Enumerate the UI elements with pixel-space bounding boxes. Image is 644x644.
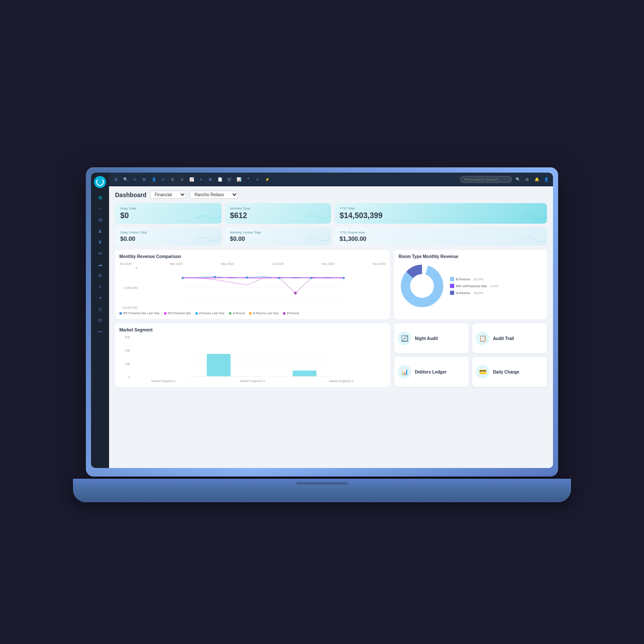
svg-rect-18 bbox=[292, 371, 316, 376]
legend-a-rooms: A Rooms bbox=[229, 312, 245, 315]
svg-point-4 bbox=[214, 276, 216, 278]
svg-rect-17 bbox=[207, 354, 231, 376]
legend-dot bbox=[229, 312, 231, 315]
sidebar-icon-box[interactable]: ⊡ bbox=[94, 304, 106, 314]
svg-point-5 bbox=[246, 276, 248, 279]
sidebar: ⊞ ≈ ⊞ ♟ ♜ ✉ ☁ ⚙ ≡ ✦ ⊡ ⚙ ⊷ bbox=[91, 173, 109, 468]
night-audit-label: Night Audit bbox=[415, 336, 438, 341]
svg-point-8 bbox=[343, 277, 345, 279]
toolbar-bar-icon[interactable]: 📊 bbox=[235, 176, 242, 183]
toolbar-list-icon[interactable]: ≡ bbox=[160, 176, 167, 183]
sidebar-icon-settings[interactable]: ⚙ bbox=[94, 270, 106, 281]
sidebar-icon-star[interactable]: ✦ bbox=[94, 293, 106, 303]
daily-total-card: Daily Total $0 bbox=[115, 203, 222, 224]
dashboard-title: Dashboard bbox=[115, 191, 146, 198]
toolbar-menu-icon[interactable]: ≡ bbox=[131, 176, 138, 183]
night-audit-button[interactable]: 🔄 Night Audit bbox=[394, 323, 469, 353]
ytd-total-label: YTD Total bbox=[340, 207, 542, 210]
toolbar-b-icon[interactable]: B bbox=[169, 176, 176, 183]
ytd-total-card: YTD Total $14,503,399 bbox=[334, 203, 547, 224]
legend-a-rooms-last: A Rooms Last Year bbox=[195, 312, 225, 315]
donut-swatch bbox=[450, 284, 454, 288]
donut-legend: B Rooms 82.0% RR UnPowered Site 0.0% bbox=[450, 277, 498, 295]
financial-filter[interactable]: Financial bbox=[150, 191, 186, 199]
sidebar-icon-mail[interactable]: ✉ bbox=[94, 248, 106, 258]
toolbar-check-icon[interactable]: ⊠ bbox=[207, 176, 214, 183]
legend-dot bbox=[119, 312, 122, 315]
stats-row-1: Daily Total $0 Monthly Total $612 YTD To… bbox=[115, 203, 547, 224]
bar-chart-svg bbox=[133, 336, 386, 379]
toolbar-grid2-icon[interactable]: ⊞ bbox=[524, 176, 531, 183]
daily-charge-button[interactable]: 💳 Daily Charge bbox=[472, 357, 547, 387]
audit-trail-label: Audit Trail bbox=[493, 336, 514, 341]
sidebar-icon-rooms[interactable]: ♜ bbox=[94, 237, 106, 247]
sidebar-icon-grid[interactable]: ⊞ bbox=[94, 215, 106, 225]
donut-chart-title: Room Type Monthly Revenue bbox=[398, 254, 543, 259]
toolbar-cart-icon[interactable]: 🛒 bbox=[226, 176, 233, 183]
svg-point-7 bbox=[310, 277, 313, 279]
svg-point-6 bbox=[278, 277, 280, 279]
property-filter[interactable]: Rancho Relaxo bbox=[190, 191, 238, 199]
debtors-ledger-button[interactable]: 📊 Debtors Ledger bbox=[394, 357, 469, 387]
bar-x-labels: Market Segment 1 Market Segment 3 Market… bbox=[119, 380, 386, 383]
toolbar-grid-icon[interactable]: ⊞ bbox=[141, 176, 148, 183]
donut-swatch bbox=[450, 277, 454, 281]
line-chart-svg bbox=[141, 266, 386, 309]
sidebar-icon-users[interactable]: ♟ bbox=[94, 226, 106, 236]
chart-area: 0 -5,000,000 -10,000,000 bbox=[119, 266, 386, 309]
daily-online-card: Daily Online Total $0.00 bbox=[115, 227, 222, 246]
app-logo[interactable] bbox=[94, 176, 106, 188]
svg-point-9 bbox=[294, 292, 297, 294]
donut-swatch bbox=[450, 291, 454, 295]
sidebar-icon-gear[interactable]: ⚙ bbox=[94, 315, 106, 325]
audit-trail-button[interactable]: 📋 Audit Trail bbox=[472, 323, 547, 353]
debtors-ledger-icon: 📊 bbox=[398, 365, 411, 379]
ytd-online-value: $1,300.00 bbox=[340, 235, 542, 242]
market-segment-card: Market Segment 600 400 200 0 bbox=[115, 323, 390, 387]
monthly-total-label: Monthly Total bbox=[230, 207, 326, 210]
ytd-online-card: YTD Online total $1,300.00 bbox=[334, 227, 547, 246]
toolbar-chart-icon[interactable]: 📈 bbox=[188, 176, 195, 183]
revenue-chart-card: Monthly Revenue Comparison Jan 2020 Mar … bbox=[115, 250, 390, 319]
toolbar-lines-icon[interactable]: ≡ bbox=[254, 176, 261, 183]
toolbar-search-icon[interactable]: 🔍 bbox=[122, 176, 129, 183]
toolbar-right: 🔍 ⊞ 🔔 👤 bbox=[514, 176, 550, 183]
daily-charge-icon: 💳 bbox=[476, 365, 489, 379]
toolbar-doc-icon[interactable]: 📄 bbox=[216, 176, 223, 183]
sidebar-icon-dashboard[interactable]: ⊞ bbox=[94, 192, 106, 203]
debtors-ledger-label: Debtors Ledger bbox=[415, 370, 447, 374]
night-audit-icon: 🔄 bbox=[398, 331, 411, 345]
revenue-chart-title: Monthly Revenue Comparison bbox=[119, 254, 386, 259]
chart-y-labels: 0 -5,000,000 -10,000,000 bbox=[119, 266, 139, 309]
monthly-total-card: Monthly Total $612 bbox=[225, 203, 331, 224]
bar-chart-area: 600 400 200 0 bbox=[119, 336, 386, 379]
search-input[interactable] bbox=[460, 176, 512, 183]
chart-legend: RR Powered Site Last Year RR Powered Sit… bbox=[119, 312, 386, 315]
toolbar-a-icon[interactable]: A bbox=[179, 176, 185, 183]
sidebar-icon-stats[interactable]: ⊷ bbox=[94, 326, 106, 337]
toolbar-user2-icon[interactable]: 👤 bbox=[543, 176, 550, 183]
toolbar-search2-icon[interactable]: 🔍 bbox=[514, 176, 521, 183]
action-grid: 🔄 Night Audit 📋 Audit Trail 📊 Debtors L bbox=[394, 323, 547, 387]
legend-rr-powered: RR Powered Site bbox=[164, 312, 191, 315]
donut-legend-b-rooms: B Rooms 82.0% bbox=[450, 277, 498, 281]
toolbar-home-icon[interactable]: ⊞ bbox=[112, 176, 119, 183]
sidebar-icon-cloud[interactable]: ☁ bbox=[94, 259, 106, 270]
screen-bezel: ⊞ ≈ ⊞ ♟ ♜ ✉ ☁ ⚙ ≡ ✦ ⊡ ⚙ ⊷ bbox=[91, 173, 553, 468]
toolbar-user-icon[interactable]: 👤 bbox=[150, 176, 157, 183]
charts-row: Monthly Revenue Comparison Jan 2020 Mar … bbox=[115, 250, 547, 319]
legend-b-rooms: B Rooms bbox=[283, 312, 299, 315]
toolbar-bolt-icon[interactable]: ⚡ bbox=[264, 176, 270, 183]
bottom-row: Market Segment 600 400 200 0 bbox=[115, 323, 547, 387]
toolbar-quote-icon[interactable]: ❝ bbox=[245, 176, 252, 183]
donut-chart-card: Room Type Monthly Revenue bbox=[394, 250, 547, 319]
laptop-body: ⊞ ≈ ⊞ ♟ ♜ ✉ ☁ ⚙ ≡ ✦ ⊡ ⚙ ⊷ bbox=[86, 167, 558, 477]
donut-container: B Rooms 82.0% RR UnPowered Site 0.0% bbox=[398, 262, 543, 310]
sidebar-icon-chart[interactable]: ≈ bbox=[94, 204, 106, 214]
daily-total-label: Daily Total bbox=[120, 207, 216, 210]
dashboard-content: Dashboard Financial Rancho Relaxo Dai bbox=[109, 186, 553, 468]
toolbar-bell-icon[interactable]: 🔔 bbox=[533, 176, 540, 183]
toolbar-items-icon[interactable]: ≡ bbox=[197, 176, 204, 183]
legend-dot bbox=[164, 312, 167, 315]
sidebar-icon-list[interactable]: ≡ bbox=[94, 282, 106, 292]
